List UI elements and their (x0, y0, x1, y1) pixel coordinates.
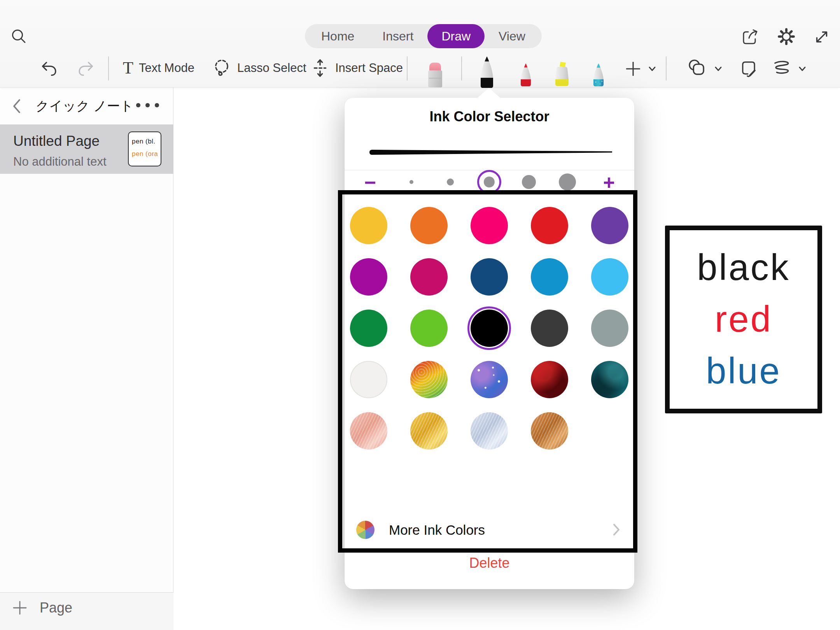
ink-color-blue[interactable] (531, 258, 568, 296)
tab-draw[interactable]: Draw (427, 24, 485, 48)
convert-ink-button[interactable] (738, 59, 759, 79)
search-icon (10, 28, 28, 46)
ink-replay-button[interactable] (772, 60, 793, 78)
redo-button[interactable] (77, 60, 95, 78)
text-mode-button[interactable]: T Text Mode (123, 49, 194, 88)
size-dot (484, 177, 495, 187)
lasso-icon (212, 58, 232, 78)
size-dot (522, 175, 536, 189)
tab-home[interactable]: Home (307, 24, 368, 48)
top-bar: HomeInsertDrawView (0, 0, 840, 88)
red-pen-icon (517, 63, 535, 88)
more-options-button[interactable] (136, 103, 159, 107)
search-button[interactable] (10, 28, 28, 46)
ink-color-gray[interactable] (591, 310, 628, 347)
share-icon (740, 27, 760, 47)
stroke-size-dot-2[interactable] (438, 170, 462, 194)
highlighter-icon (552, 61, 572, 88)
delete-pen-button[interactable]: Delete (345, 555, 634, 574)
ink-word-blue: blue (706, 346, 781, 396)
text-mode-label: Text Mode (139, 61, 194, 75)
stroke-size-dot-4[interactable] (517, 170, 541, 194)
thumbnail-ink-line: pen (bl. (132, 135, 161, 148)
ink-color-rose-gold[interactable] (350, 412, 387, 450)
ink-color-rainbow-glitter[interactable] (410, 361, 448, 398)
back-button[interactable] (12, 98, 22, 114)
ink-color-bronze[interactable] (531, 412, 568, 450)
undo-button[interactable] (40, 60, 58, 78)
chevron-left-icon (12, 98, 22, 114)
ink-color-light-blue[interactable] (591, 258, 628, 296)
ink-color-purple[interactable] (591, 207, 628, 244)
ink-replay-dropdown[interactable] (798, 66, 807, 72)
lasso-select-button[interactable]: Lasso Select (212, 49, 306, 88)
ink-word-red: red (715, 295, 772, 344)
ink-color-galaxy[interactable] (471, 361, 508, 398)
add-pen-dropdown[interactable] (648, 66, 656, 72)
tab-view[interactable]: View (485, 24, 539, 48)
drawn-rectangle: blackredblue (665, 226, 822, 413)
add-pen-button[interactable] (624, 60, 642, 78)
ink-color-dark-gray[interactable] (531, 310, 568, 347)
thumbnail-ink-line: pen (ora (132, 148, 161, 160)
ink-color-white[interactable] (350, 361, 387, 398)
ink-color-green[interactable] (350, 310, 387, 347)
black-pen-icon (477, 56, 497, 88)
chevron-down-icon (714, 66, 723, 72)
fullscreen-button[interactable] (812, 27, 831, 47)
page-subtitle: No additional text (13, 155, 107, 169)
toolbar-divider (108, 56, 109, 80)
more-ink-colors-label: More Ink Colors (389, 522, 485, 538)
popup-arrow (477, 88, 501, 98)
redo-icon (77, 60, 95, 78)
ink-color-light-green[interactable] (410, 310, 448, 347)
pen-red[interactable] (517, 63, 535, 89)
eraser-tool[interactable] (425, 61, 445, 90)
stroke-size-dot-5[interactable] (555, 170, 579, 194)
size-dot (559, 173, 576, 191)
add-page-button[interactable]: Page (12, 600, 72, 616)
toolbar-divider (461, 56, 462, 80)
tab-insert[interactable]: Insert (368, 24, 427, 48)
increase-size-button[interactable]: + (597, 171, 621, 194)
ink-color-yellow[interactable] (350, 207, 387, 244)
decrease-size-button[interactable]: − (359, 171, 382, 194)
sidebar-footer: Page (0, 592, 173, 630)
chevron-down-icon (798, 66, 807, 72)
shapes-button[interactable] (687, 58, 708, 79)
toolbar-divider (666, 56, 667, 80)
ink-color-dark-blue[interactable] (471, 258, 508, 296)
ink-color-teal-texture[interactable] (591, 361, 628, 398)
ellipsis-icon (145, 103, 150, 107)
stroke-size-dot-1[interactable] (399, 170, 424, 194)
highlighter-yellow[interactable] (552, 61, 572, 89)
ink-color-dark-red-marble[interactable] (531, 361, 568, 398)
more-ink-colors-button[interactable]: More Ink Colors (345, 518, 634, 542)
shapes-dropdown[interactable] (714, 66, 723, 72)
ink-color-dark-pink[interactable] (410, 258, 448, 296)
pencil-galaxy[interactable] (590, 63, 607, 89)
expand-icon (812, 27, 831, 47)
galaxy-pencil-icon (590, 63, 607, 88)
settings-button[interactable] (776, 26, 796, 47)
plus-icon (12, 600, 28, 616)
ink-color-magenta[interactable] (350, 258, 387, 296)
size-dot (447, 178, 454, 186)
ink-color-black[interactable] (471, 310, 508, 347)
page-list-item-selected[interactable]: Untitled Page No additional text pen (bl… (0, 124, 173, 174)
ink-color-pink[interactable] (471, 207, 508, 244)
ink-color-gold[interactable] (410, 412, 448, 450)
plus-icon (624, 60, 642, 78)
ellipsis-icon (155, 103, 159, 107)
popup-title: Ink Color Selector (345, 108, 634, 125)
ink-color-grid (350, 207, 628, 450)
ink-color-red[interactable] (531, 207, 568, 244)
ink-color-orange[interactable] (410, 207, 448, 244)
text-mode-icon: T (123, 60, 133, 77)
pen-black-selected[interactable] (477, 56, 497, 90)
ink-color-silver[interactable] (471, 412, 508, 450)
tab-bar: HomeInsertDrawView (305, 24, 542, 48)
share-button[interactable] (740, 27, 760, 47)
insert-space-button[interactable]: Insert Space (310, 49, 403, 88)
stroke-size-dot-3[interactable] (477, 170, 501, 194)
